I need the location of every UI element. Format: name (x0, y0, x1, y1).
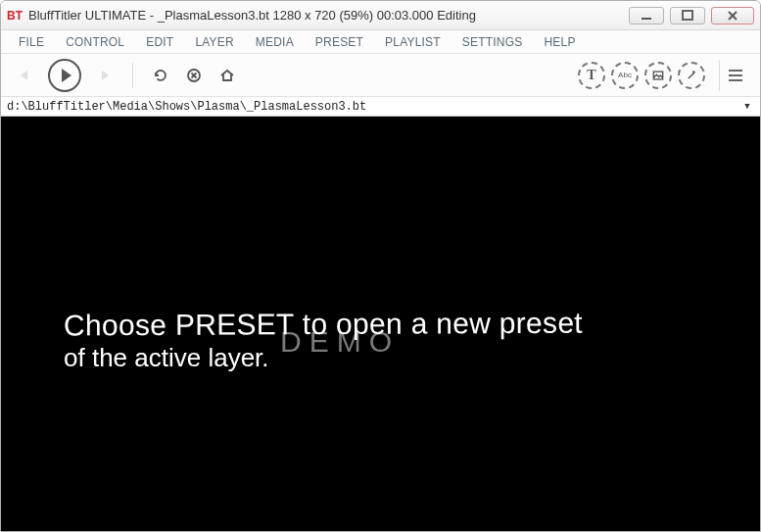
app-icon: BT (7, 8, 23, 24)
svg-marker-4 (21, 71, 27, 80)
circle-x-icon (185, 67, 203, 84)
play-icon (62, 69, 71, 82)
chevron-down-icon: ▼ (744, 102, 749, 112)
minimize-button[interactable] (629, 7, 664, 24)
maximize-button[interactable] (670, 7, 705, 24)
path-dropdown-button[interactable]: ▼ (740, 102, 754, 112)
menu-media[interactable]: MEDIA (246, 32, 304, 52)
file-path: d:\BluffTitler\Media\Shows\Plasma\_Plasm… (7, 100, 740, 114)
menu-help[interactable]: HELP (534, 32, 585, 52)
path-bar: d:\BluffTitler\Media\Shows\Plasma\_Plasm… (1, 97, 760, 117)
next-frame-button[interactable] (91, 62, 119, 89)
add-abc-layer-button[interactable]: Abc (611, 62, 639, 89)
window-title: BluffTitler ULTIMATE - _PlasmaLesson3.bt… (28, 8, 629, 23)
menu-settings[interactable]: SETTINGS (452, 32, 533, 52)
add-picture-layer-button[interactable] (644, 62, 672, 89)
home-button[interactable] (214, 62, 241, 89)
add-effect-layer-button[interactable] (678, 62, 705, 89)
refresh-button[interactable] (147, 62, 174, 89)
wand-icon (685, 69, 698, 82)
picture-icon (651, 69, 665, 82)
stop-button[interactable] (180, 62, 208, 89)
svg-line-10 (689, 72, 694, 77)
minimize-icon (638, 7, 655, 24)
triangle-left-icon (16, 67, 33, 84)
menu-layer[interactable]: LAYER (185, 32, 243, 52)
refresh-icon (152, 67, 169, 84)
preview-text: Choose PRESET to open a new preset of th… (64, 308, 583, 373)
hamburger-icon (729, 70, 742, 72)
abc-icon: Abc (618, 71, 632, 79)
menu-preset[interactable]: PRESET (306, 32, 373, 52)
menu-playlist[interactable]: PLAYLIST (375, 32, 451, 52)
text-t-icon: T (587, 68, 595, 83)
toolbar: T Abc (1, 54, 760, 97)
title-bar: BT BluffTitler ULTIMATE - _PlasmaLesson3… (1, 1, 760, 30)
menu-file[interactable]: FILE (9, 32, 54, 52)
add-text-layer-button[interactable]: T (578, 62, 605, 89)
close-button[interactable] (711, 7, 754, 24)
menu-control[interactable]: CONTROL (56, 32, 134, 52)
svg-rect-1 (683, 11, 692, 20)
home-icon (218, 67, 236, 84)
maximize-icon (679, 7, 696, 24)
triangle-right-icon (96, 67, 114, 84)
more-menu-button[interactable] (719, 60, 750, 91)
preview-viewport[interactable]: DEMO Choose PRESET to open a new preset … (1, 117, 760, 531)
play-button[interactable] (48, 59, 81, 92)
close-icon (724, 7, 741, 24)
prev-frame-button[interactable] (11, 62, 38, 89)
menu-edit[interactable]: EDIT (136, 32, 183, 52)
svg-marker-5 (102, 71, 109, 80)
preview-text-line2: of the active layer. (64, 343, 583, 373)
menu-bar: FILE CONTROL EDIT LAYER MEDIA PRESET PLA… (1, 30, 760, 54)
toolbar-separator (132, 63, 133, 88)
preview-text-line1: Choose PRESET to open a new preset (64, 307, 583, 343)
